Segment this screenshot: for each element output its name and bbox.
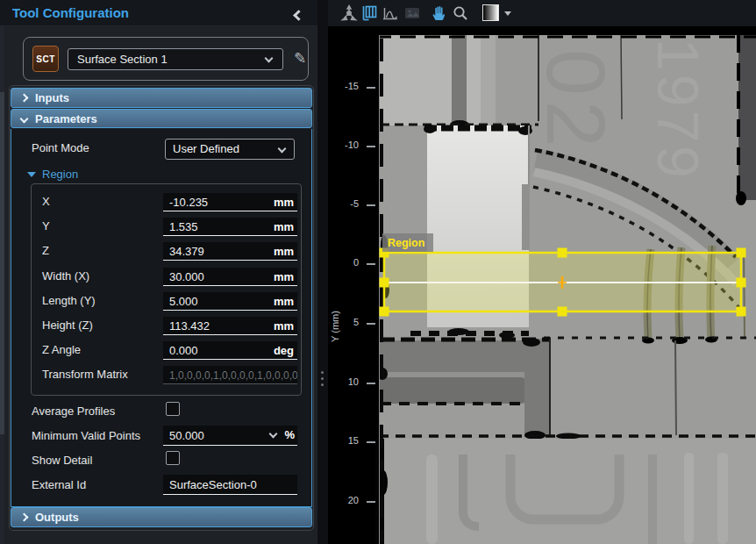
y-tick-label: 15 — [334, 435, 359, 446]
show-detail-checkbox[interactable] — [166, 451, 180, 465]
y-tick-mark — [367, 323, 375, 325]
chevron-down-icon[interactable] — [269, 430, 278, 439]
chevron-right-icon — [20, 94, 29, 103]
external-id-value: SurfaceSection-0 — [169, 478, 257, 491]
viewport-toolbar — [328, 0, 756, 26]
field-label-height: Height (Z) — [42, 319, 93, 332]
rename-tool-pencil-icon[interactable]: ✎ — [294, 49, 306, 68]
region-handle-mid-right[interactable] — [737, 278, 746, 288]
y-tick-label: 0 — [334, 257, 359, 268]
collapse-panel-button[interactable] — [295, 7, 309, 21]
field-z-angle-value: 0.000 — [169, 344, 198, 357]
field-x[interactable]: -10.235 mm — [163, 193, 297, 211]
section-label-inputs: Inputs — [35, 91, 69, 104]
panel-splitter[interactable] — [317, 0, 328, 544]
y-tick-mark — [367, 501, 375, 503]
field-label-z: Z — [42, 244, 49, 257]
page-title: Tool Configuration — [12, 5, 129, 20]
zoom-magnifier-icon[interactable] — [452, 4, 469, 22]
region-handle-mid-left[interactable] — [380, 278, 389, 288]
field-height-value: 113.432 — [169, 319, 210, 333]
heightmap-scene: 02 1979 — [375, 26, 756, 544]
parameters-body: Point Mode User Defined Region X -10.235… — [11, 129, 312, 507]
region-group-label: Region — [42, 168, 78, 181]
region-handle-bottom-right[interactable] — [737, 307, 746, 317]
field-width[interactable]: 30.000 mm — [163, 268, 297, 286]
y-tick-label: 10 — [334, 376, 359, 387]
panel-scrollbar[interactable] — [0, 26, 4, 544]
min-valid-points-value: 50.000 — [169, 429, 204, 442]
embossed-digits-left: 02 — [530, 49, 623, 153]
field-transform-matrix-value: 1,0,0,0,0,1,0,0,0,0,1,0,0,0,0,0 — [169, 369, 297, 382]
section-header-outputs[interactable]: Outputs — [11, 507, 312, 527]
field-transform-matrix: 1,0,0,0,0,1,0,0,0,0,1,0,0,0,0,0 — [163, 366, 297, 384]
panel-header: Tool Configuration — [0, 0, 317, 26]
y-tick-mark — [367, 441, 375, 443]
field-x-value: -10.235 — [169, 196, 208, 209]
y-tick-mark — [367, 263, 375, 265]
field-length-value: 5.000 — [169, 295, 198, 308]
section-header-parameters[interactable]: Parameters — [11, 109, 312, 128]
y-tick-mark — [367, 204, 375, 206]
average-profiles-checkbox[interactable] — [166, 402, 180, 416]
field-height[interactable]: 113.432 mm — [163, 317, 297, 335]
y-tick-label: 5 — [334, 317, 359, 327]
field-z[interactable]: 34.379 mm — [163, 242, 297, 261]
colormap-caret-icon[interactable] — [504, 11, 511, 16]
region-fields-group: X -10.235 mm Y 1.535 mm Z 34. — [31, 183, 302, 396]
image-view-icon[interactable] — [403, 4, 421, 22]
region-handle-bottom-center[interactable] — [558, 307, 567, 317]
region-group-toggle[interactable]: Region — [27, 168, 78, 181]
splitter-grip[interactable] — [321, 371, 324, 390]
profile-view-icon[interactable] — [382, 4, 399, 22]
pan-hand-icon[interactable] — [430, 4, 447, 22]
region-handle-bottom-left[interactable] — [380, 307, 389, 317]
field-label-y: Y — [42, 219, 50, 233]
region-label-text: Region — [388, 237, 424, 249]
field-z-angle[interactable]: 0.000 deg — [163, 341, 297, 360]
average-profiles-label: Average Profiles — [32, 404, 115, 418]
min-valid-points-label: Minimum Valid Points — [32, 429, 140, 442]
view-3d-icon[interactable] — [340, 4, 358, 22]
point-mode-label: Point Mode — [32, 141, 89, 154]
section-header-inputs[interactable]: Inputs — [11, 88, 312, 108]
tool-select-dropdown[interactable]: Surface Section 1 — [68, 48, 283, 70]
point-mode-value: User Defined — [173, 142, 239, 155]
field-length-unit: mm — [274, 295, 294, 308]
y-tick-mark — [367, 87, 375, 89]
field-width-unit: mm — [274, 270, 294, 283]
tool-name: Surface Section 1 — [77, 53, 168, 66]
field-y-unit: mm — [274, 220, 294, 233]
field-x-unit: mm — [274, 196, 294, 209]
y-tick-label: -15 — [334, 81, 359, 91]
triangle-down-icon — [27, 172, 36, 177]
tool-selector-box: SCT Surface Section 1 ✎ — [23, 37, 309, 81]
field-length[interactable]: 5.000 mm — [163, 292, 297, 311]
surface-viewport: Y (mm) -15 -10 -5 0 5 10 15 20 — [328, 0, 756, 544]
min-valid-points-field[interactable]: 50.000 % — [163, 426, 297, 446]
min-valid-points-unit: % — [284, 428, 295, 441]
field-label-x: X — [42, 195, 50, 208]
y-tick-label: 20 — [334, 495, 359, 505]
external-id-field[interactable]: SurfaceSection-0 — [163, 475, 297, 495]
field-height-unit: mm — [274, 319, 294, 333]
tool-type-badge: SCT — [32, 46, 59, 72]
field-label-width: Width (X) — [42, 269, 89, 283]
embossed-digits-right: 1979 — [645, 39, 710, 182]
section-label-parameters: Parameters — [35, 112, 97, 125]
region-handle-top-center[interactable] — [558, 248, 567, 258]
field-y-value: 1.535 — [169, 220, 198, 233]
chevron-right-icon — [20, 513, 29, 522]
y-tick-label: -5 — [334, 198, 359, 209]
heightmap-view-icon[interactable] — [360, 4, 378, 22]
y-tick-mark — [367, 383, 375, 384]
field-y[interactable]: 1.535 mm — [163, 218, 297, 236]
chevron-down-icon — [265, 54, 274, 63]
region-handle-top-right[interactable] — [737, 248, 746, 258]
colormap-gradient-button[interactable] — [482, 4, 499, 21]
point-mode-dropdown[interactable]: User Defined — [165, 139, 295, 160]
field-label-z-angle: Z Angle — [42, 343, 81, 356]
panel-scrollbar-thumb[interactable] — [0, 92, 4, 434]
field-z-unit: mm — [274, 245, 294, 258]
field-z-angle-unit: deg — [274, 344, 294, 357]
